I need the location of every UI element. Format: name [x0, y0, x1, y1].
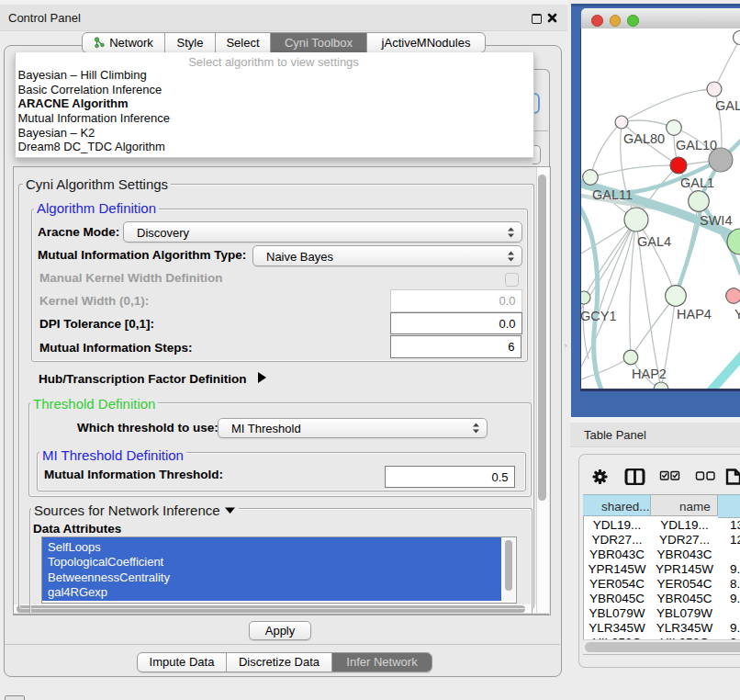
svg-text:Y: Y	[734, 307, 740, 322]
svg-text:HAP2: HAP2	[632, 367, 667, 381]
svg-text:HAP4: HAP4	[677, 307, 712, 322]
svg-text:GAL80: GAL80	[623, 131, 665, 146]
svg-text:GAL4: GAL4	[637, 234, 671, 249]
svg-text:SWI4: SWI4	[700, 213, 732, 228]
svg-text:GCY1: GCY1	[581, 309, 617, 323]
svg-text:GAL10: GAL10	[676, 138, 717, 152]
svg-text:GAL11: GAL11	[592, 187, 633, 202]
svg-text:GAL: GAL	[715, 98, 740, 113]
svg-text:GAL1: GAL1	[680, 175, 714, 190]
